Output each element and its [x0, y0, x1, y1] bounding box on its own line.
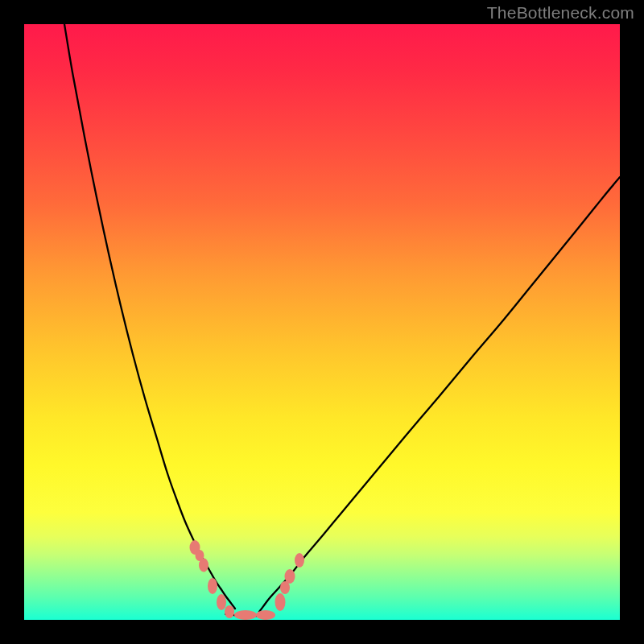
data-marker-5: [225, 605, 234, 618]
plot-area: [24, 24, 620, 620]
curve-curve-right: [259, 177, 620, 612]
data-marker-2: [199, 559, 208, 572]
data-marker-6: [234, 610, 257, 620]
chart-frame: TheBottleneck.com: [0, 0, 644, 644]
data-marker-10: [285, 569, 295, 584]
curve-layer: [24, 24, 620, 620]
data-marker-7: [256, 610, 275, 620]
curve-curve-left: [64, 24, 235, 609]
data-marker-4: [217, 594, 226, 610]
data-marker-8: [275, 593, 286, 611]
data-marker-11: [295, 553, 304, 568]
data-marker-3: [208, 578, 217, 594]
watermark-text: TheBottleneck.com: [487, 3, 634, 23]
